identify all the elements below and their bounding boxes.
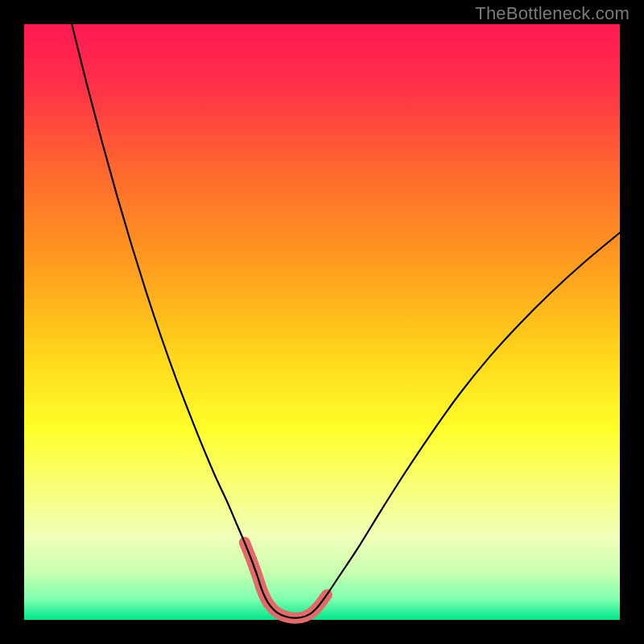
bottleneck-chart — [0, 0, 644, 644]
watermark-text: TheBottleneck.com — [475, 3, 630, 24]
chart-gradient-background — [24, 24, 620, 620]
